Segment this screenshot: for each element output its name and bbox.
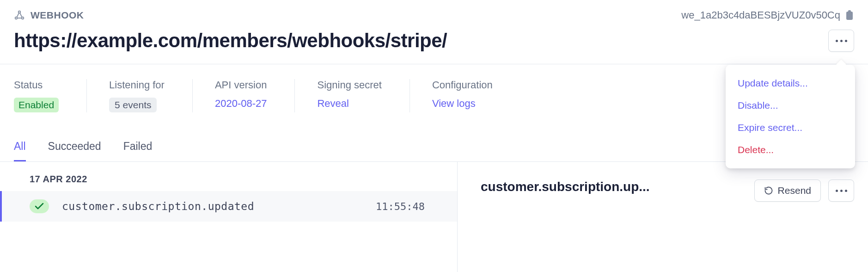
menu-expire-secret[interactable]: Expire secret... bbox=[726, 117, 855, 139]
tab-succeeded[interactable]: Succeeded bbox=[48, 140, 101, 161]
breadcrumb: WEBHOOK bbox=[14, 10, 84, 21]
status-label: Status bbox=[14, 79, 59, 91]
resend-icon bbox=[764, 186, 773, 195]
listening-label: Listening for bbox=[109, 79, 165, 91]
breadcrumb-label: WEBHOOK bbox=[31, 10, 84, 21]
more-button[interactable] bbox=[828, 30, 854, 52]
event-row[interactable]: customer.subscription.updated 11:55:48 bbox=[0, 191, 457, 222]
svg-point-1 bbox=[15, 17, 17, 19]
event-more-button[interactable] bbox=[828, 179, 854, 202]
svg-rect-4 bbox=[848, 10, 851, 12]
ellipsis-icon bbox=[836, 40, 847, 42]
tab-all[interactable]: All bbox=[14, 140, 26, 161]
events-date-header: 17 APR 2022 bbox=[0, 162, 457, 191]
api-version-link[interactable]: 2020-08-27 bbox=[215, 98, 267, 110]
reveal-secret-link[interactable]: Reveal bbox=[317, 98, 381, 110]
actions-menu: Update details... Disable... Expire secr… bbox=[726, 65, 855, 168]
menu-disable[interactable]: Disable... bbox=[726, 94, 855, 117]
view-logs-link[interactable]: View logs bbox=[432, 98, 493, 110]
webhook-id: we_1a2b3c4daBESBjzVUZ0v50Cq bbox=[681, 9, 840, 21]
menu-update-details[interactable]: Update details... bbox=[726, 72, 855, 94]
resend-label: Resend bbox=[778, 185, 811, 196]
status-badge: Enabled bbox=[14, 98, 59, 112]
success-icon bbox=[30, 199, 49, 213]
menu-delete[interactable]: Delete... bbox=[726, 139, 855, 161]
tab-failed[interactable]: Failed bbox=[123, 140, 153, 161]
event-name: customer.subscription.updated bbox=[62, 200, 254, 212]
clipboard-icon[interactable] bbox=[845, 10, 854, 20]
resend-button[interactable]: Resend bbox=[754, 179, 821, 202]
svg-point-0 bbox=[18, 11, 20, 13]
listening-events-badge[interactable]: 5 events bbox=[109, 98, 157, 112]
signing-secret-label: Signing secret bbox=[317, 79, 381, 91]
svg-rect-3 bbox=[846, 12, 853, 20]
events-list: 17 APR 2022 customer.subscription.update… bbox=[0, 162, 458, 272]
webhook-icon bbox=[14, 10, 25, 21]
configuration-label: Configuration bbox=[432, 79, 493, 91]
api-version-label: API version bbox=[215, 79, 267, 91]
svg-point-2 bbox=[22, 17, 24, 19]
event-detail-title: customer.subscription.up... bbox=[481, 179, 650, 194]
ellipsis-icon bbox=[836, 190, 847, 192]
event-time: 11:55:48 bbox=[376, 201, 443, 212]
page-title: https://example.com/members/webhooks/str… bbox=[14, 30, 447, 52]
